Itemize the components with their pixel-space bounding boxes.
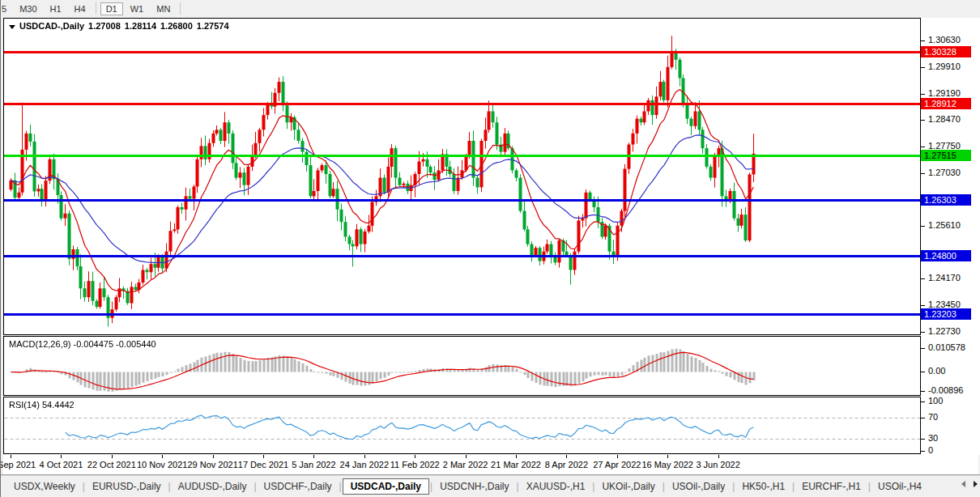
tab-eurusd-daily[interactable]: EURUSD-,Daily [86,478,168,495]
date-tick [11,455,11,458]
tab-separator: | [168,481,171,492]
macd-label: MACD(12,26,9) -0.004475 -0.005440 [9,339,156,349]
rsi-canvas[interactable] [4,397,920,453]
price-tick-label: 1.25610 [928,220,961,230]
macd-tick-label: 0.010578 [928,342,965,352]
date-label: 11 Feb 2022 [390,460,440,469]
date-label: 8 Apr 2022 [545,460,588,469]
symbol-dropdown-icon[interactable] [9,25,15,29]
macd-tick-label: 0.00 [928,366,945,376]
price-tick-label: 1.23450 [928,299,961,309]
tab-separator: | [339,481,342,492]
date-label: 16 May 2022 [641,460,693,469]
tab-separator: | [430,481,432,492]
tabs-scroll-right-icon[interactable] [974,481,978,487]
date-tick [617,455,618,458]
tab-separator: | [868,481,871,492]
price-tick [921,173,925,174]
timeframe-button-m30[interactable]: M30 [14,2,42,15]
date-tick [61,455,62,458]
price-tick [921,226,925,227]
timeframe-button-d1[interactable]: D1 [100,2,123,15]
price-tick [921,40,925,41]
date-label: 17 Dec 2021 [238,460,288,469]
tab-ukoil-daily[interactable]: UKOil-,Daily [595,478,661,495]
macd-tick [921,348,925,349]
price-level-badge-blue: 1.26303 [921,194,971,206]
date-label: 27 Apr 2022 [593,460,641,469]
date-label: 29 Nov 2021 [187,460,237,469]
rsi-tick-label: 0 [928,445,933,455]
tab-usoil-daily[interactable]: USOil-,Daily [666,478,731,495]
price-tick [921,147,925,147]
toolbar-separator [96,2,96,15]
macd-tick [921,372,925,372]
date-axis[interactable]: 15 Sep 20214 Oct 202122 Oct 202110 Nov 2… [3,455,978,474]
chart-title: USDCAD-,Daily1.270081.281141.268001.2757… [9,21,229,31]
timeframe-toolbar: 5M30H1H4D1W1MN [1,0,980,17]
price-tick [921,94,925,95]
price-tick [921,278,925,279]
timeframe-button-w1[interactable]: W1 [125,2,150,15]
macd-name: MACD(12,26,9) [9,339,70,349]
ohlc-open: 1.27008 [88,21,121,31]
date-label: 22 Oct 2021 [87,460,136,469]
macd-indicator-panel: MACD(12,26,9) -0.004475 -0.005440 [3,336,921,396]
tab-hk50-h1[interactable]: HK50-,H1 [735,478,791,495]
price-tick-label: 1.24170 [928,273,961,282]
macd-tick-label: -0.00896 [928,385,963,395]
tab-separator: | [732,481,735,492]
timeframe-button-h4[interactable]: H4 [69,2,92,15]
tab-usoil-h4[interactable]: USOil-,H4 [871,478,928,495]
timeframe-button-5[interactable]: 5 [0,2,12,15]
date-tick [466,455,467,458]
timeframe-button-h1[interactable]: H1 [45,2,67,15]
rsi-tick [921,439,925,440]
price-tick [921,332,925,333]
toolbar-separator [180,2,181,15]
trading-terminal-window: 5M30H1H4D1W1MN USDCAD-,Daily1.270081.281… [0,0,980,497]
date-tick [162,455,163,458]
tabs-scroll-left-icon[interactable] [961,481,965,487]
tab-audusd-daily[interactable]: AUDUSD-,Daily [172,478,254,495]
tab-separator: | [792,481,795,492]
price-tick-label: 1.28470 [928,114,961,124]
date-label: 2 Mar 2022 [443,460,488,469]
tab-xauusd-h1[interactable]: XAUUSD-,H1 [520,478,592,495]
price-tick [921,120,925,121]
price-tick-label: 1.22730 [928,326,961,336]
date-label: 24 Jan 2022 [340,460,390,469]
ohlc-close: 1.27574 [197,21,229,31]
date-label: 10 Nov 2021 [137,460,187,469]
date-tick [112,455,113,458]
price-level-badge-blue: 1.24800 [921,250,971,261]
tab-usdchf-daily[interactable]: USDCHF-,Daily [258,478,339,495]
tab-eurchf-h1[interactable]: EURCHF-,H1 [795,478,867,495]
price-axis[interactable]: 1.306301.299101.291901.284701.277501.270… [921,18,980,455]
timeframe-button-mn[interactable]: MN [151,2,176,15]
date-label: 21 Mar 2022 [491,460,541,469]
date-tick [213,455,214,458]
price-tick-label: 1.29910 [928,62,961,71]
rsi-tick [921,401,925,402]
ohlc-low: 1.26800 [160,21,193,31]
date-label: 4 Oct 2021 [39,460,83,469]
rsi-tick-label: 100 [928,396,943,406]
rsi-tick-label: 30 [928,433,938,443]
date-tick [718,455,719,458]
tab-separator: | [517,481,519,492]
price-chart-canvas[interactable] [4,19,920,334]
rsi-indicator-panel: RSI(14) 54.4442 [3,397,921,454]
tab-usdcnh-daily[interactable]: USDCNH-,Daily [433,478,515,495]
tab-usdx-weekly[interactable]: USDX,Weekly [7,478,82,495]
tab-scroll-arrows [961,481,978,487]
rsi-tick [921,451,925,452]
tab-usdcad-daily[interactable]: USDCAD-,Daily [343,478,429,495]
price-tick-label: 1.29190 [928,88,961,98]
tab-separator: | [83,481,85,492]
date-label: 3 Jun 2022 [696,460,739,469]
date-tick [313,455,314,458]
price-chart-panel: USDCAD-,Daily1.270081.281141.268001.2757… [3,18,921,335]
date-label: 15 Sep 2021 [0,460,36,469]
macd-tick [921,391,925,392]
